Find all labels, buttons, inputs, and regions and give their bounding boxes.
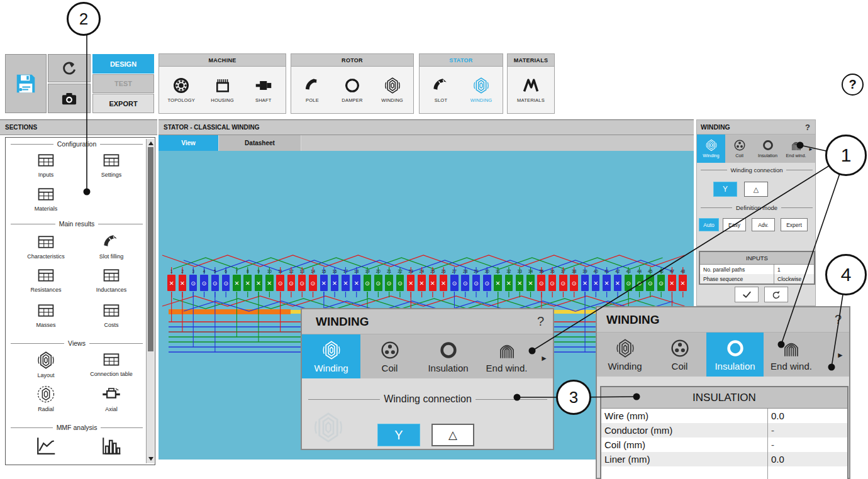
tab-winding[interactable]: Winding: [597, 333, 653, 377]
tab-end-winding[interactable]: End wind.: [764, 333, 819, 377]
design-mode-button[interactable]: DESIGN: [92, 54, 154, 74]
topology-button[interactable]: TOPOLOGY: [162, 77, 200, 103]
slot-button[interactable]: SLOT: [422, 77, 460, 103]
tab-winding[interactable]: Winding: [302, 334, 360, 378]
tab-insulation[interactable]: Insulation: [754, 135, 782, 163]
slot: 22⊙: [394, 269, 405, 291]
sidebar-item-slot-filling[interactable]: Slot filling: [85, 233, 138, 260]
panel-help-button[interactable]: ?: [805, 123, 810, 132]
table-row: Conductor (mm) -: [601, 423, 847, 438]
more-tabs-arrow-icon[interactable]: ►: [540, 355, 548, 362]
popup-help-button[interactable]: ?: [537, 314, 544, 329]
sidebar-item-materials[interactable]: Materials: [19, 185, 72, 212]
screenshot-button[interactable]: [48, 84, 91, 113]
save-button[interactable]: [5, 54, 47, 113]
connection-y-button[interactable]: Y: [713, 182, 737, 197]
slot: 43⊙: [623, 269, 633, 291]
undo-button[interactable]: [48, 54, 91, 82]
table-row: Liner (mm) 0.0: [601, 452, 847, 466]
test-mode-button[interactable]: TEST: [92, 74, 154, 93]
slot: 2✕: [177, 269, 187, 291]
reset-button[interactable]: [764, 287, 788, 302]
tab-coil[interactable]: Coil: [653, 333, 706, 377]
callout-1: 1: [825, 135, 867, 176]
tab-insulation[interactable]: Insulation: [419, 334, 477, 378]
slot: 5⊙: [209, 269, 220, 291]
scroll-up-icon[interactable]: [148, 141, 153, 145]
parallel-paths-value[interactable]: 1: [774, 265, 814, 274]
table-row: Wire (mm) 0.0: [601, 409, 847, 423]
sidebar-item-axial[interactable]: Axial: [85, 385, 138, 412]
more-tabs-arrow-icon[interactable]: ►: [808, 147, 813, 152]
tab-datasheet[interactable]: Datasheet: [219, 135, 301, 151]
table-icon: [35, 233, 57, 251]
more-tabs-arrow-icon[interactable]: ►: [837, 351, 844, 359]
tab-end-winding[interactable]: End wind.: [477, 334, 536, 378]
sidebar-item-inputs[interactable]: Inputs: [19, 151, 72, 178]
sidebar-item-radial[interactable]: Radial: [19, 385, 72, 412]
sidebar-item-settings[interactable]: Settings: [85, 151, 138, 178]
tab-end-winding[interactable]: End wind.: [782, 135, 810, 163]
sidebar-scrollbar[interactable]: [146, 139, 154, 463]
connection-delta-button[interactable]: △: [431, 424, 474, 446]
slot: 16✕: [329, 269, 340, 291]
export-mode-button[interactable]: EXPORT: [92, 94, 154, 113]
housing-button[interactable]: HOUSING: [204, 77, 242, 103]
damper-icon: [343, 77, 361, 94]
slot: 17✕: [340, 269, 351, 291]
damper-button[interactable]: DAMPER: [333, 77, 371, 103]
shaft-button[interactable]: SHAFT: [245, 77, 282, 103]
slot: 37⊙: [558, 269, 569, 291]
pole-button[interactable]: POLE: [294, 77, 331, 103]
inputs-table: INPUTS No. parallel paths 1 Phase sequen…: [699, 251, 815, 285]
sections-header: SECTIONS: [0, 119, 157, 135]
scroll-down-icon[interactable]: [148, 457, 153, 461]
sidebar-item-characteristics[interactable]: Characteristics: [19, 233, 72, 260]
materials-button[interactable]: MATERIALS: [512, 77, 550, 103]
materials-group-title: MATERIALS: [508, 54, 554, 67]
slot: 8✕: [242, 269, 253, 291]
tab-view[interactable]: View: [159, 135, 219, 151]
slot: 27⊙: [449, 269, 460, 291]
sidebar-item-costs[interactable]: Costs: [85, 302, 138, 328]
tab-insulation[interactable]: Insulation: [706, 333, 764, 377]
slot: 18✕: [351, 269, 362, 291]
undo-icon: [61, 60, 77, 77]
tab-coil[interactable]: Coil: [360, 334, 419, 378]
wire-insulation-value[interactable]: 0.0: [767, 409, 847, 423]
slot: 44⊙: [634, 269, 645, 291]
connection-y-button[interactable]: Y: [377, 424, 420, 446]
stator-winding-button[interactable]: WINDING: [462, 77, 500, 103]
slot: 29⊙: [470, 269, 481, 291]
table-icon: [100, 267, 123, 284]
slot: 40✕: [591, 269, 601, 291]
scrollbar-thumb[interactable]: [148, 147, 153, 351]
slot: 46⊙: [655, 269, 666, 291]
sidebar-item-connection-table[interactable]: Connection table: [85, 351, 138, 377]
sidebar-item-mmf-line-chart[interactable]: [19, 434, 72, 460]
mode-auto-button[interactable]: Auto: [699, 218, 719, 231]
tab-coil[interactable]: Coil: [725, 135, 754, 163]
mode-adv-button[interactable]: Adv.: [752, 218, 775, 231]
phase-sequence-value[interactable]: Clockwise: [774, 274, 814, 284]
sidebar-item-layout[interactable]: Layout: [19, 351, 72, 378]
sidebar-item-mmf-bar-chart[interactable]: [85, 434, 138, 460]
rotor-winding-button[interactable]: WINDING: [374, 77, 411, 103]
liner-insulation-value[interactable]: 0.0: [767, 452, 847, 466]
sidebar-item-masses[interactable]: Masses: [19, 302, 72, 328]
apply-button[interactable]: [735, 287, 759, 302]
table-icon: [35, 185, 57, 203]
popup-help-button[interactable]: ?: [835, 312, 842, 327]
tab-winding[interactable]: Winding: [697, 135, 725, 163]
sections-panel: Configuration Inputs Settings Materials …: [5, 137, 155, 465]
mode-easy-button[interactable]: Easy: [723, 218, 746, 231]
rotor-group-title: ROTOR: [291, 54, 413, 67]
sidebar-item-inductances[interactable]: Inductances: [85, 267, 138, 293]
winding-panel-tabs: Winding Coil Insulation End wind. ►: [697, 135, 815, 163]
connection-delta-button[interactable]: △: [744, 182, 768, 197]
configuration-legend: Configuration: [11, 140, 143, 148]
help-button[interactable]: ?: [842, 74, 864, 96]
mode-expert-button[interactable]: Expert: [781, 218, 808, 231]
sidebar-item-resistances[interactable]: Resistances: [19, 267, 72, 293]
slot: 23✕: [406, 269, 416, 291]
